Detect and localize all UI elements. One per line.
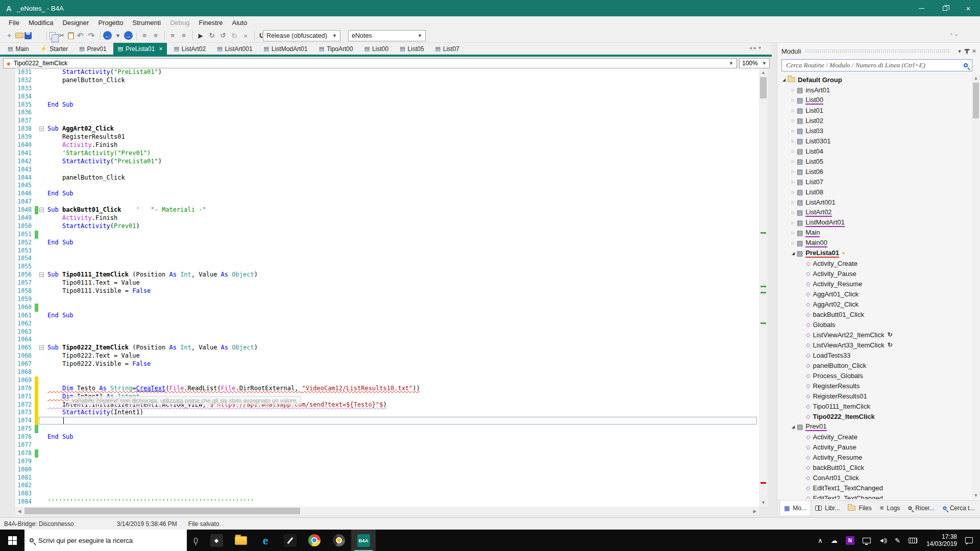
- tree-item-registerresults01[interactable]: ◇RegisterResults01: [777, 391, 971, 401]
- connect-alt-icon[interactable]: ↺: [218, 31, 228, 41]
- scrollbar-thumb[interactable]: [973, 83, 979, 118]
- taskbar-app-internet-explorer[interactable]: e: [253, 530, 278, 551]
- tab-prev01[interactable]: ▤Prev01: [75, 43, 111, 55]
- zoom-select[interactable]: 100% ▼: [739, 58, 770, 68]
- code-line[interactable]: 1043: [15, 166, 759, 174]
- connect-icon[interactable]: ↻: [207, 31, 217, 41]
- tree-expanded-icon[interactable]: ◢: [790, 424, 797, 429]
- code-line[interactable]: 1067 Tipo0222.Visible = False: [15, 360, 759, 368]
- tree-item-aggart01_click[interactable]: ◇AggArt01_Click: [777, 289, 971, 299]
- tab-listmodart01[interactable]: ▤ListModArt01: [259, 43, 312, 55]
- new-icon[interactable]: +: [4, 31, 14, 41]
- window-position-icon[interactable]: ▾: [958, 48, 961, 55]
- restore-button[interactable]: [933, 0, 957, 16]
- pen-icon[interactable]: ✎: [895, 537, 900, 544]
- tree-item-backbutt01_click[interactable]: ◇backButt01_Click: [777, 309, 971, 319]
- stop-icon[interactable]: ■: [240, 31, 251, 41]
- fold-collapse-icon[interactable]: −: [39, 127, 44, 131]
- code-line[interactable]: 1059: [15, 295, 759, 304]
- code-line[interactable]: 1046End Sub: [15, 190, 759, 198]
- tree-item-list08[interactable]: ▷▤List08: [777, 187, 971, 197]
- tab-prelista01[interactable]: ▤PreLista01×: [113, 43, 167, 55]
- menu-designer[interactable]: Designer: [58, 17, 93, 28]
- code-line[interactable]: 1081: [15, 474, 759, 482]
- tree-item-process_globals[interactable]: ◇Process_Globals: [777, 370, 971, 381]
- code-line[interactable]: 1060: [15, 304, 759, 312]
- keyboard-icon[interactable]: [909, 538, 917, 543]
- tree-collapsed-icon[interactable]: ▷: [790, 139, 797, 143]
- panel-tab-mo[interactable]: ▦Mo...: [779, 500, 811, 515]
- paste-icon[interactable]: [68, 32, 74, 39]
- code-line[interactable]: 1041 'StartActivity("Prev01"): [15, 149, 759, 158]
- tree-item-list06[interactable]: ▷▤List06: [777, 166, 971, 177]
- tree-item-list01[interactable]: ▷▤List01: [777, 105, 971, 115]
- tree-item-list00[interactable]: ▷▤List00: [777, 95, 971, 105]
- volume-icon[interactable]: ◄)): [879, 537, 887, 543]
- code-line[interactable]: 1076End Sub: [15, 433, 759, 441]
- code-line[interactable]: 1061End Sub: [15, 312, 759, 320]
- tree-collapsed-icon[interactable]: ▷: [790, 159, 797, 164]
- tab-scroll-buttons[interactable]: ◂▸▾: [749, 45, 763, 51]
- code-line[interactable]: 1036: [15, 109, 759, 117]
- code-line[interactable]: 1037: [15, 117, 759, 125]
- tree-collapsed-icon[interactable]: ▷: [790, 118, 797, 123]
- tree-expanded-icon[interactable]: ◢: [790, 251, 797, 256]
- tree-item-list02[interactable]: ▷▤List02: [777, 115, 971, 126]
- tree-item-listviewart22_itemclick[interactable]: ◇ListViewArt22_ItemClick↻: [777, 330, 971, 340]
- code-line[interactable]: 1084''''''''''''''''''''''''''''''''''''…: [15, 498, 759, 506]
- tree-collapsed-icon[interactable]: ▷: [790, 210, 797, 215]
- tree-collapsed-icon[interactable]: ▷: [790, 180, 797, 184]
- tree-collapsed-icon[interactable]: ▷: [790, 149, 797, 154]
- code-line[interactable]: 1038−Sub AggArt02_Click: [15, 125, 759, 133]
- tree-item-conart01_click[interactable]: ◇ConArt01_Click: [777, 472, 971, 483]
- tree-item-activity_pause[interactable]: ◇Activity_Pause: [777, 442, 971, 452]
- menu-modifica[interactable]: Modifica: [24, 17, 58, 28]
- code-line[interactable]: 1068: [15, 368, 759, 377]
- code-line[interactable]: 1064: [15, 336, 759, 344]
- code-line[interactable]: 1040 Activity.Finish: [15, 141, 759, 149]
- indent-left-icon[interactable]: ≡: [139, 31, 150, 41]
- close-button[interactable]: ×: [957, 0, 980, 16]
- code-line[interactable]: 1044 panelButton_Click: [15, 174, 759, 182]
- code-line[interactable]: 1075: [15, 425, 759, 433]
- tab-listart02[interactable]: ▤ListArt02: [169, 43, 210, 55]
- tree-scrollbar[interactable]: ▲ ▼: [972, 74, 980, 499]
- menu-aiuto[interactable]: Aiuto: [227, 17, 252, 28]
- tree-collapsed-icon[interactable]: ▷: [790, 88, 797, 92]
- code-line[interactable]: 1031 StartActivity("PreLista01"): [15, 68, 759, 77]
- tree-item-edittext1_textchanged[interactable]: ◇EditText1_TextChanged: [777, 483, 971, 493]
- tree-item-aggart02_click[interactable]: ◇AggArt02_Click: [777, 299, 971, 309]
- code-line[interactable]: 1058 Tipo0111.Visible = False: [15, 287, 759, 295]
- tree-collapsed-icon[interactable]: ▷: [790, 190, 797, 194]
- tree-collapsed-icon[interactable]: ▷: [790, 98, 797, 103]
- module-search-input[interactable]: Cerca Routine / Modulo / Numero di Linea…: [781, 59, 972, 71]
- panel-tab-libr[interactable]: Libr...: [811, 500, 844, 515]
- code-line[interactable]: 1062: [15, 320, 759, 328]
- routine-select[interactable]: ◆ Tipo0222_ItemClick ▼: [3, 58, 737, 68]
- menu-debug[interactable]: Debug: [165, 17, 194, 28]
- tree-item-activity_pause[interactable]: ◇Activity_Pause: [777, 268, 971, 279]
- open-icon[interactable]: [15, 33, 23, 38]
- code-line[interactable]: 1056−Sub Tipo0111_ItemClick (Position As…: [15, 271, 759, 279]
- tree-collapsed-icon[interactable]: ▷: [790, 220, 797, 225]
- refresh-icon[interactable]: ↻: [229, 31, 239, 41]
- project-select[interactable]: eNotes ▼: [348, 30, 426, 41]
- code-line[interactable]: 1054: [15, 255, 759, 263]
- taskbar-app-chrome-dark[interactable]: [327, 530, 351, 551]
- code-line[interactable]: 1053: [15, 247, 759, 255]
- tree-item-edittext2_textchanged[interactable]: ◇EditText2_TextChanged: [777, 493, 971, 499]
- build-config-select[interactable]: Release (obfuscated) ▼: [263, 30, 340, 41]
- tree-expanded-icon[interactable]: ◢: [780, 78, 788, 82]
- undo-icon[interactable]: ↶: [75, 31, 85, 41]
- panel-tab-ricer[interactable]: Ricer...: [904, 500, 938, 515]
- tree-item-activity_resume[interactable]: ◇Activity_Resume: [777, 452, 971, 462]
- tree-item-prelista01[interactable]: ◢▤PreLista01●: [777, 248, 971, 258]
- tree-item-activity_create[interactable]: ◇Activity_Create: [777, 432, 971, 442]
- moduli-panel-header[interactable]: Moduli ▾ ✕: [777, 45, 980, 57]
- pin-icon[interactable]: [966, 49, 968, 54]
- menu-strumenti[interactable]: Strumenti: [128, 17, 166, 28]
- code-line[interactable]: 1074: [15, 417, 759, 425]
- code-line[interactable]: 1069: [15, 377, 759, 385]
- save-all-icon[interactable]: [33, 31, 43, 41]
- scroll-down-icon[interactable]: ▼: [759, 500, 768, 505]
